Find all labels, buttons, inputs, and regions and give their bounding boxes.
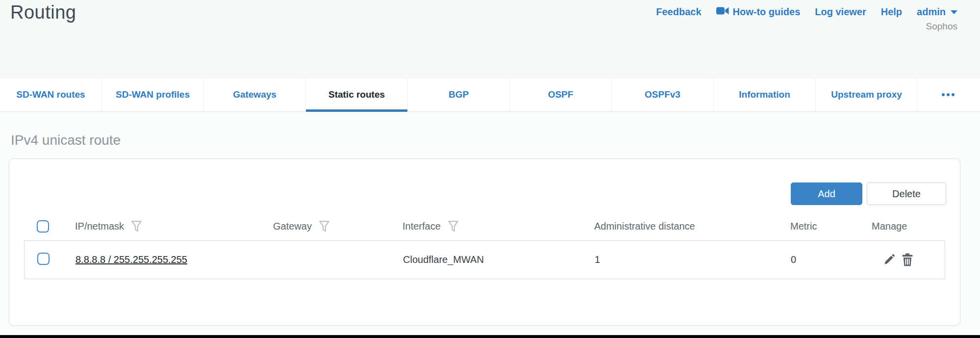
- edit-icon[interactable]: [883, 254, 895, 266]
- delete-icon[interactable]: [902, 253, 913, 266]
- select-all-checkbox[interactable]: [37, 220, 49, 233]
- route-metric: 0: [791, 254, 872, 265]
- column-ip-netmask: IP/netmask: [75, 221, 124, 232]
- tab-bgp[interactable]: BGP: [408, 78, 510, 111]
- column-gateway: Gateway: [273, 221, 312, 232]
- filter-icon[interactable]: [131, 221, 142, 232]
- route-ip-link[interactable]: 8.8.8.8 / 255.255.255.255: [75, 254, 187, 265]
- routing-tabbar: SD-WAN routes SD-WAN profiles Gateways S…: [0, 78, 980, 112]
- tab-information[interactable]: Information: [714, 78, 816, 111]
- table-row: 8.8.8.8 / 255.255.255.255 Cloudflare_MWA…: [24, 240, 945, 279]
- page-title: Routing: [10, 2, 76, 23]
- help-link[interactable]: Help: [881, 6, 902, 18]
- route-admin-distance: 1: [595, 254, 791, 265]
- brand-label: Sophos: [926, 21, 957, 32]
- delete-button[interactable]: Delete: [867, 182, 946, 205]
- section-title: IPv4 unicast route: [11, 132, 121, 148]
- video-camera-icon: [716, 6, 729, 18]
- log-viewer-link[interactable]: Log viewer: [815, 6, 866, 18]
- bottom-edge: [0, 335, 980, 338]
- ellipsis-icon: [942, 93, 955, 96]
- tab-sd-wan-profiles[interactable]: SD-WAN profiles: [102, 78, 204, 111]
- column-manage: Manage: [872, 221, 907, 232]
- tab-static-routes[interactable]: Static routes: [306, 78, 408, 111]
- chevron-down-icon: [951, 10, 957, 14]
- howto-guides-link[interactable]: How-to guides: [716, 6, 801, 18]
- column-metric: Metric: [790, 221, 817, 232]
- tab-gateways[interactable]: Gateways: [204, 78, 306, 111]
- column-admin-distance: Administrative distance: [594, 221, 695, 232]
- table-header: IP/netmask Gateway Interface Administrat…: [24, 214, 945, 238]
- column-interface: Interface: [402, 221, 441, 232]
- admin-menu[interactable]: admin: [917, 6, 957, 18]
- filter-icon[interactable]: [448, 221, 458, 232]
- tab-upstream-proxy[interactable]: Upstream proxy: [816, 78, 918, 111]
- static-routes-panel: Add Delete IP/netmask Gateway Interface …: [9, 158, 960, 326]
- top-navigation: Feedback How-to guides Log viewer Help a…: [656, 6, 957, 32]
- filter-icon[interactable]: [319, 221, 329, 232]
- row-checkbox[interactable]: [37, 253, 50, 265]
- tab-ospfv3[interactable]: OSPFv3: [612, 78, 714, 111]
- add-button[interactable]: Add: [791, 182, 862, 205]
- tab-sd-wan-routes[interactable]: SD-WAN routes: [0, 78, 102, 111]
- feedback-link[interactable]: Feedback: [656, 6, 701, 18]
- route-interface: Cloudflare_MWAN: [403, 254, 595, 265]
- more-tabs-button[interactable]: [918, 78, 980, 111]
- tab-ospf[interactable]: OSPF: [510, 78, 612, 111]
